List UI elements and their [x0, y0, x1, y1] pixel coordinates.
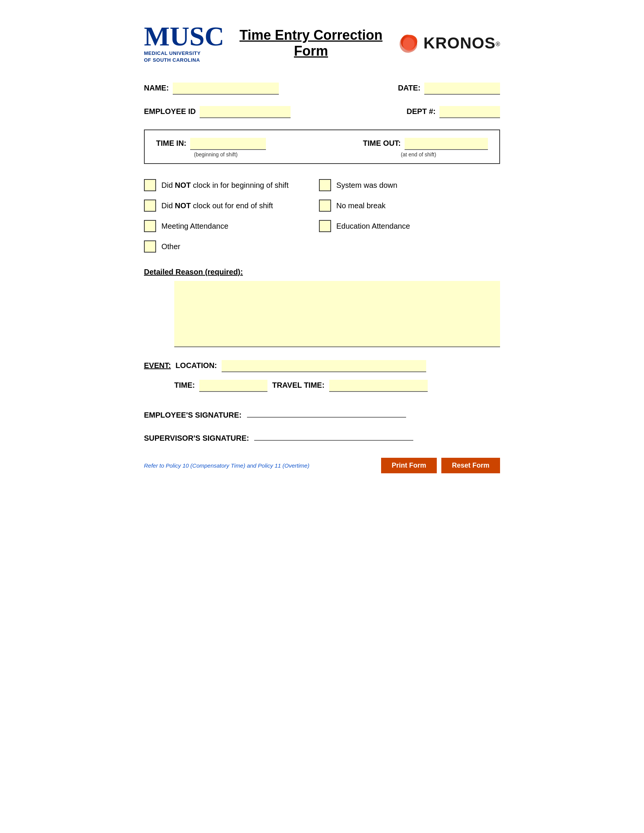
empid-field-group: EMPLOYEE ID — [144, 106, 291, 118]
time-in-subtitle: (beginning of shift) — [194, 151, 238, 158]
checkbox-row-4: Other — [144, 240, 289, 252]
detailed-reason-input[interactable] — [174, 281, 500, 347]
checkbox-label-7: Education Attendance — [336, 222, 410, 231]
header: MUSC MEDICAL UNIVERSITY OF SOUTH CAROLIN… — [144, 23, 500, 64]
checkbox-col-right: System was down No meal break Education … — [319, 179, 410, 252]
location-label: LOCATION: — [175, 361, 217, 370]
checkbox-label-4: Other — [161, 242, 180, 251]
checkbox-no-meal[interactable] — [319, 199, 331, 212]
name-field-group: NAME: — [144, 82, 279, 95]
checkbox-row-7: Education Attendance — [319, 220, 410, 232]
empid-dept-row: EMPLOYEE ID DEPT #: — [144, 106, 500, 118]
checkbox-system-down[interactable] — [319, 179, 331, 191]
travel-label: TRAVEL TIME: — [272, 381, 324, 390]
checkbox-label-1: Did NOT clock in for beginning of shift — [161, 181, 289, 190]
checkbox-meeting[interactable] — [144, 220, 156, 232]
date-input[interactable] — [424, 82, 500, 95]
checkbox-not-clock-in[interactable] — [144, 179, 156, 191]
detailed-reason-section: Detailed Reason (required): — [144, 268, 500, 349]
footer-text: Refer to Policy 10 (Compensatory Time) a… — [144, 462, 309, 469]
musc-m-letter: MUSC — [144, 23, 224, 50]
checkbox-not-clock-out[interactable] — [144, 199, 156, 212]
empid-input[interactable] — [200, 106, 291, 118]
kronos-logo: KRONOS® — [398, 33, 500, 54]
dept-label: DEPT #: — [406, 107, 436, 116]
time-in-group: TIME IN: (beginning of shift) — [156, 138, 266, 158]
time-out-group: TIME OUT: (at end of shift) — [363, 138, 488, 158]
form-title: Time Entry Correction Form — [224, 27, 398, 59]
date-field-group: DATE: — [398, 82, 500, 95]
time2-input[interactable] — [199, 380, 267, 392]
musc-subtitle: MEDICAL UNIVERSITY OF SOUTH CAROLINA — [144, 50, 201, 64]
checkbox-row-5: System was down — [319, 179, 410, 191]
footer-buttons: Print Form Reset Form — [381, 458, 500, 473]
checkbox-row-1: Did NOT clock in for beginning of shift — [144, 179, 289, 191]
time-out-subtitle: (at end of shift) — [401, 151, 436, 158]
checkbox-label-6: No meal break — [336, 201, 386, 210]
time-out-input[interactable] — [404, 138, 488, 150]
time-out-label: TIME OUT: — [363, 139, 401, 148]
sup-sig-line — [254, 430, 413, 441]
page: MUSC MEDICAL UNIVERSITY OF SOUTH CAROLIN… — [114, 0, 530, 833]
emp-sig-row: EMPLOYEE'S SIGNATURE: — [144, 407, 500, 420]
checkbox-label-2: Did NOT clock out for end of shift — [161, 201, 273, 210]
checkbox-education[interactable] — [319, 220, 331, 232]
dept-input[interactable] — [440, 106, 500, 118]
name-date-row: NAME: DATE: — [144, 82, 500, 95]
checkbox-other[interactable] — [144, 240, 156, 252]
travel-input[interactable] — [329, 380, 428, 392]
reset-button[interactable]: Reset Form — [441, 458, 500, 473]
musc-logo: MUSC MEDICAL UNIVERSITY OF SOUTH CAROLIN… — [144, 23, 224, 64]
time-out-row: TIME OUT: — [363, 138, 488, 150]
time-in-input[interactable] — [190, 138, 266, 150]
reason-container — [174, 281, 500, 349]
date-label: DATE: — [398, 84, 420, 92]
empid-label: EMPLOYEE ID — [144, 107, 196, 116]
event-label: EVENT: — [144, 361, 171, 370]
emp-sig-line — [247, 407, 406, 418]
time-in-label: TIME IN: — [156, 139, 187, 148]
print-button[interactable]: Print Form — [381, 458, 437, 473]
signature-section: EMPLOYEE'S SIGNATURE: SUPERVISOR'S SIGNA… — [144, 407, 500, 442]
emp-sig-label: EMPLOYEE'S SIGNATURE: — [144, 411, 242, 420]
sup-sig-row: SUPERVISOR'S SIGNATURE: — [144, 430, 500, 442]
kronos-wordmark: KRONOS® — [423, 34, 500, 52]
kronos-icon — [398, 33, 420, 54]
checkbox-row-2: Did NOT clock out for end of shift — [144, 199, 289, 212]
detailed-reason-label: Detailed Reason (required): — [144, 268, 500, 277]
sup-sig-label: SUPERVISOR'S SIGNATURE: — [144, 434, 249, 442]
name-label: NAME: — [144, 84, 169, 92]
time-box: TIME IN: (beginning of shift) TIME OUT: … — [144, 130, 500, 164]
checkboxes-section: Did NOT clock in for beginning of shift … — [144, 179, 500, 252]
checkbox-label-3: Meeting Attendance — [161, 222, 229, 231]
name-input[interactable] — [173, 82, 279, 95]
dept-field-group: DEPT #: — [406, 106, 500, 118]
footer: Refer to Policy 10 (Compensatory Time) a… — [144, 454, 500, 473]
checkbox-label-5: System was down — [336, 181, 398, 190]
checkbox-col-left: Did NOT clock in for beginning of shift … — [144, 179, 289, 252]
event-location-row: EVENT: LOCATION: — [144, 360, 500, 372]
location-input[interactable] — [222, 360, 426, 372]
checkbox-row-3: Meeting Attendance — [144, 220, 289, 232]
time-in-row: TIME IN: — [156, 138, 266, 150]
checkbox-row-6: No meal break — [319, 199, 410, 212]
time2-label: TIME: — [174, 381, 195, 390]
time-travel-row: TIME: TRAVEL TIME: — [174, 380, 500, 392]
